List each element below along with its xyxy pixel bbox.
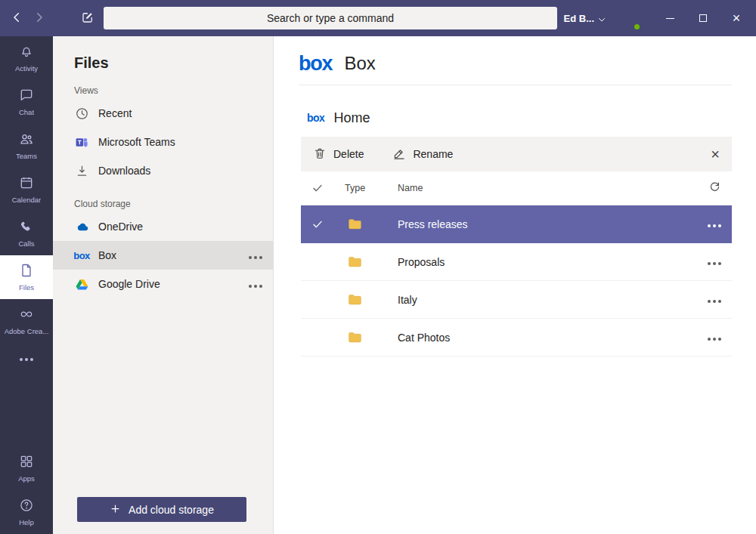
- google-drive-icon: [74, 276, 89, 292]
- sidebar-item-label: Downloads: [98, 165, 150, 177]
- close-button[interactable]: ×: [720, 0, 753, 36]
- row-more-options-button[interactable]: [708, 294, 721, 305]
- row-more-options-button[interactable]: [708, 218, 721, 230]
- folder-icon: [347, 292, 363, 307]
- rail-label: Apps: [18, 475, 35, 483]
- column-header-name[interactable]: Name: [398, 183, 689, 193]
- trash-icon: [313, 147, 327, 162]
- rail-item-help[interactable]: Help: [0, 490, 53, 534]
- back-button[interactable]: [6, 8, 27, 29]
- rail-item-calls[interactable]: Calls: [0, 211, 53, 255]
- box-more-options-button[interactable]: [249, 250, 262, 261]
- sidebar-item-box[interactable]: box Box: [53, 241, 273, 270]
- plus-icon: [110, 503, 121, 517]
- row-checkmark: [311, 218, 345, 230]
- table-row[interactable]: Cat Photos: [301, 319, 732, 357]
- rail-item-teams[interactable]: Teams: [0, 124, 53, 168]
- chat-icon: [19, 88, 34, 106]
- sidebar-item-label: Microsoft Teams: [98, 136, 175, 148]
- onedrive-cloud-icon: [74, 219, 89, 234]
- rail-label: Files: [19, 284, 34, 292]
- bell-icon: [19, 44, 34, 62]
- sidebar-item-label: Recent: [98, 107, 132, 119]
- rename-icon: [392, 147, 406, 162]
- add-cloud-storage-button[interactable]: Add cloud storage: [77, 497, 246, 522]
- adobe-creative-cloud-icon: [19, 307, 34, 325]
- rail-label: Chat: [19, 109, 34, 116]
- user-avatar[interactable]: [617, 7, 640, 29]
- rail-label: Activity: [15, 65, 38, 73]
- file-name: Proposals: [398, 256, 689, 268]
- delete-button[interactable]: Delete: [313, 147, 364, 162]
- column-header-type[interactable]: Type: [345, 183, 398, 193]
- rail-item-chat[interactable]: Chat: [0, 80, 53, 124]
- refresh-button[interactable]: [708, 181, 721, 196]
- sidebar-item-downloads[interactable]: Downloads: [53, 156, 273, 185]
- files-icon: [19, 263, 34, 281]
- rail-item-calendar[interactable]: Calendar: [0, 168, 53, 211]
- table-row[interactable]: Press releases: [301, 205, 732, 243]
- row-more-options-button[interactable]: [708, 332, 721, 343]
- forward-icon: [33, 11, 46, 26]
- rename-button[interactable]: Rename: [392, 147, 453, 162]
- google-drive-more-options-button[interactable]: [249, 279, 262, 290]
- download-icon: [74, 163, 89, 178]
- rail-item-apps[interactable]: Apps: [0, 446, 53, 490]
- add-cloud-storage-label: Add cloud storage: [129, 504, 214, 516]
- views-section-label: Views: [74, 85, 273, 96]
- select-all-checkmark[interactable]: [311, 182, 345, 194]
- rename-label: Rename: [413, 148, 453, 160]
- help-icon: [19, 498, 34, 516]
- sidebar-item-onedrive[interactable]: OneDrive: [53, 212, 273, 241]
- rail-label: Help: [19, 519, 34, 526]
- sidebar-item-recent[interactable]: Recent: [53, 99, 273, 128]
- user-name[interactable]: Ed B...: [564, 13, 594, 24]
- minimize-button[interactable]: [653, 0, 686, 36]
- files-sidebar: Files Views Recent Microsoft Teams Downl…: [53, 36, 274, 534]
- cloud-storage-section-label: Cloud storage: [74, 199, 273, 209]
- table-row[interactable]: Italy: [301, 281, 732, 319]
- calendar-icon: [19, 175, 34, 193]
- nav-controls: [0, 8, 98, 29]
- box-logo-small: box: [307, 112, 324, 124]
- rail-item-more-apps[interactable]: [0, 343, 53, 376]
- sidebar-item-label: OneDrive: [98, 221, 143, 233]
- box-logo-icon: box: [74, 248, 89, 263]
- clock-icon: [74, 106, 89, 121]
- maximize-button[interactable]: [686, 0, 720, 36]
- rail-label: Teams: [16, 153, 37, 160]
- chevron-down-icon[interactable]: [597, 14, 606, 23]
- more-icon: [249, 285, 262, 288]
- sidebar-item-google-drive[interactable]: Google Drive: [53, 270, 273, 298]
- selection-toolbar: Delete Rename ×: [301, 137, 732, 171]
- breadcrumb[interactable]: box Home: [301, 99, 732, 137]
- phone-icon: [19, 219, 34, 237]
- delete-label: Delete: [333, 148, 364, 160]
- forward-button[interactable]: [29, 8, 50, 29]
- rail-item-files[interactable]: Files: [0, 255, 53, 299]
- file-name: Press releases: [398, 218, 689, 230]
- table-row[interactable]: Proposals: [301, 243, 732, 281]
- app-rail: Activity Chat Teams Calendar Calls Files…: [0, 36, 53, 534]
- more-icon: [708, 338, 721, 341]
- title-bar: Ed B... ×: [0, 0, 756, 36]
- folder-icon: [347, 329, 363, 345]
- rail-item-activity[interactable]: Activity: [0, 36, 53, 80]
- folder-icon: [347, 216, 363, 232]
- rail-item-adobe-creative-cloud[interactable]: Adobe Crea...: [0, 299, 53, 343]
- sidebar-title: Files: [53, 36, 273, 72]
- new-chat-button[interactable]: [77, 8, 98, 29]
- back-icon: [10, 11, 23, 26]
- search-input[interactable]: [104, 7, 557, 29]
- sidebar-item-microsoft-teams[interactable]: Microsoft Teams: [53, 128, 273, 156]
- box-files-main: box Box box Home Delete Rename ×: [274, 36, 756, 534]
- breadcrumb-home[interactable]: Home: [333, 110, 370, 126]
- file-name: Cat Photos: [398, 332, 689, 344]
- rail-spacer: [0, 376, 53, 446]
- row-more-options-button[interactable]: [708, 256, 721, 267]
- sidebar-item-label: Box: [98, 249, 116, 261]
- close-selection-button[interactable]: ×: [711, 147, 720, 162]
- more-icon: [249, 256, 262, 259]
- close-icon: ×: [733, 11, 741, 26]
- header-divider: [299, 85, 732, 85]
